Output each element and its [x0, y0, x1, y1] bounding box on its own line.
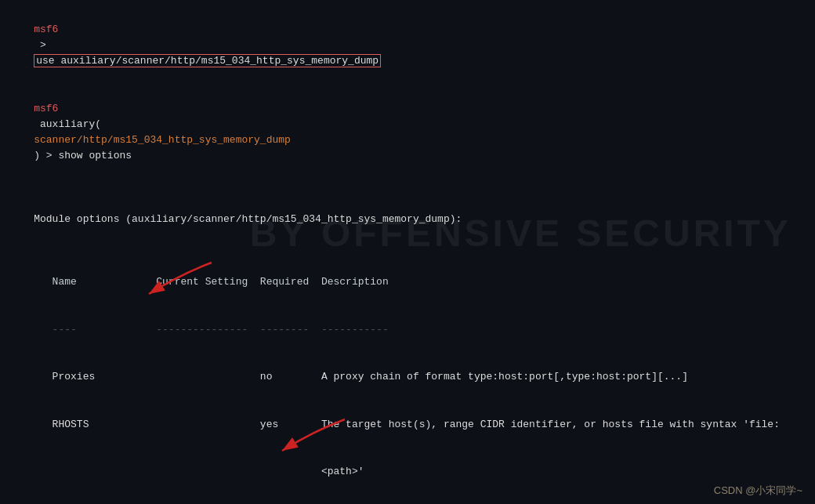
line-2: msf6 auxiliary( scanner/http/ms15_034_ht…	[9, 85, 806, 180]
watermark: BY OFFENSIVE SECURITY	[250, 212, 791, 255]
csdn-badge: CSDN @小宋同学~	[714, 484, 802, 498]
cmd-use-scanner: use auxiliary/scanner/http/ms15_034_http…	[34, 54, 381, 67]
line-1: msf6 > use auxiliary/scanner/http/ms15_0…	[9, 6, 806, 85]
opt-rhosts: RHOSTS yes The target host(s), range CID…	[9, 401, 806, 448]
opt-rport: RPORT 80 yes The target port (TCP)	[9, 495, 806, 504]
terminal: msf6 > use auxiliary/scanner/http/ms15_0…	[0, 0, 815, 504]
table-header: Name Current Setting Required Descriptio…	[9, 259, 806, 306]
opt-proxies: Proxies no A proxy chain of format type:…	[9, 354, 806, 401]
opt-rhosts-cont: <path>'	[9, 448, 806, 495]
table-underline: ---- --------------- -------- ----------…	[9, 306, 806, 354]
prompt-msf6: msf6	[34, 24, 58, 35]
